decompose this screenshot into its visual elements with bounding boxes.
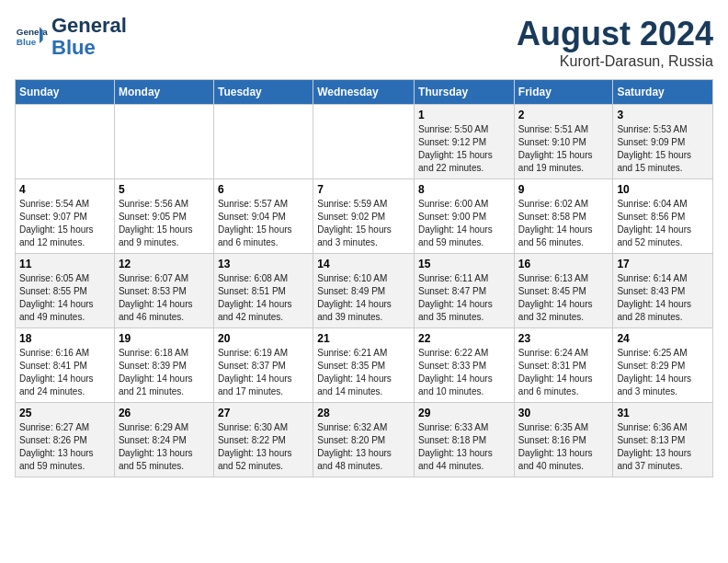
day-number: 1 [418, 109, 510, 121]
day-info: Sunrise: 5:51 AM Sunset: 9:10 PM Dayligh… [518, 123, 609, 175]
day-number: 19 [119, 332, 210, 345]
calendar-cell-3-1: 11Sunrise: 6:05 AM Sunset: 8:55 PM Dayli… [16, 254, 115, 328]
calendar-cell-5-5: 29Sunrise: 6:33 AM Sunset: 8:18 PM Dayli… [415, 403, 515, 477]
day-info: Sunrise: 6:00 AM Sunset: 9:00 PM Dayligh… [418, 198, 510, 249]
calendar-week-2: 4Sunrise: 5:54 AM Sunset: 9:07 PM Daylig… [16, 179, 713, 254]
calendar-cell-3-6: 16Sunrise: 6:13 AM Sunset: 8:45 PM Dayli… [514, 254, 613, 328]
day-info: Sunrise: 6:10 AM Sunset: 8:49 PM Dayligh… [317, 272, 410, 324]
day-number: 16 [518, 258, 609, 270]
logo-text-blue: Blue [51, 37, 127, 59]
calendar-cell-5-3: 27Sunrise: 6:30 AM Sunset: 8:22 PM Dayli… [213, 403, 313, 477]
day-info: Sunrise: 6:32 AM Sunset: 8:20 PM Dayligh… [317, 421, 410, 473]
calendar-cell-5-4: 28Sunrise: 6:32 AM Sunset: 8:20 PM Dayli… [313, 403, 415, 477]
calendar-cell-4-1: 18Sunrise: 6:16 AM Sunset: 8:41 PM Dayli… [16, 328, 115, 403]
day-number: 10 [617, 183, 709, 196]
calendar-cell-2-5: 8Sunrise: 6:00 AM Sunset: 9:00 PM Daylig… [415, 179, 515, 254]
location-subtitle: Kurort-Darasun, Russia [517, 53, 713, 70]
calendar-week-4: 18Sunrise: 6:16 AM Sunset: 8:41 PM Dayli… [16, 328, 713, 403]
calendar-cell-1-2 [114, 105, 213, 179]
day-info: Sunrise: 5:57 AM Sunset: 9:04 PM Dayligh… [218, 198, 309, 249]
svg-text:Blue: Blue [17, 37, 37, 47]
day-number: 17 [617, 258, 709, 270]
calendar-cell-4-7: 24Sunrise: 6:25 AM Sunset: 8:29 PM Dayli… [613, 328, 713, 403]
day-info: Sunrise: 6:19 AM Sunset: 8:37 PM Dayligh… [218, 347, 309, 398]
svg-text:General: General [17, 27, 48, 37]
day-info: Sunrise: 6:36 AM Sunset: 8:13 PM Dayligh… [617, 421, 709, 473]
day-info: Sunrise: 6:21 AM Sunset: 8:35 PM Dayligh… [317, 347, 410, 398]
calendar-cell-5-7: 31Sunrise: 6:36 AM Sunset: 8:13 PM Dayli… [613, 403, 713, 477]
day-number: 5 [119, 183, 210, 196]
day-info: Sunrise: 6:04 AM Sunset: 8:56 PM Dayligh… [617, 198, 709, 249]
calendar-cell-4-4: 21Sunrise: 6:21 AM Sunset: 8:35 PM Dayli… [313, 328, 415, 403]
day-info: Sunrise: 5:56 AM Sunset: 9:05 PM Dayligh… [119, 198, 210, 249]
day-info: Sunrise: 6:08 AM Sunset: 8:51 PM Dayligh… [218, 272, 309, 324]
calendar-cell-1-5: 1Sunrise: 5:50 AM Sunset: 9:12 PM Daylig… [415, 105, 515, 179]
calendar-cell-2-2: 5Sunrise: 5:56 AM Sunset: 9:05 PM Daylig… [114, 179, 213, 254]
day-number: 13 [218, 258, 309, 270]
title-block: August 2024 Kurort-Darasun, Russia [517, 15, 713, 70]
calendar-cell-4-2: 19Sunrise: 6:18 AM Sunset: 8:39 PM Dayli… [114, 328, 213, 403]
day-number: 14 [317, 258, 410, 270]
calendar-cell-4-6: 23Sunrise: 6:24 AM Sunset: 8:31 PM Dayli… [514, 328, 613, 403]
calendar-cell-3-3: 13Sunrise: 6:08 AM Sunset: 8:51 PM Dayli… [213, 254, 313, 328]
day-info: Sunrise: 6:27 AM Sunset: 8:26 PM Dayligh… [19, 421, 110, 473]
day-info: Sunrise: 6:18 AM Sunset: 8:39 PM Dayligh… [119, 347, 210, 398]
calendar-cell-2-4: 7Sunrise: 5:59 AM Sunset: 9:02 PM Daylig… [313, 179, 415, 254]
day-number: 9 [518, 183, 609, 196]
day-number: 3 [617, 109, 709, 121]
day-number: 6 [218, 183, 309, 196]
weekday-header-sunday: Sunday [16, 80, 115, 105]
day-info: Sunrise: 6:02 AM Sunset: 8:58 PM Dayligh… [518, 198, 609, 249]
calendar-cell-3-4: 14Sunrise: 6:10 AM Sunset: 8:49 PM Dayli… [313, 254, 415, 328]
day-number: 12 [119, 258, 210, 270]
calendar-cell-3-2: 12Sunrise: 6:07 AM Sunset: 8:53 PM Dayli… [114, 254, 213, 328]
calendar-cell-2-3: 6Sunrise: 5:57 AM Sunset: 9:04 PM Daylig… [213, 179, 313, 254]
calendar-cell-3-5: 15Sunrise: 6:11 AM Sunset: 8:47 PM Dayli… [415, 254, 515, 328]
day-number: 31 [617, 407, 709, 419]
logo-text-general: General [51, 15, 127, 37]
day-number: 11 [19, 258, 110, 270]
day-info: Sunrise: 6:14 AM Sunset: 8:43 PM Dayligh… [617, 272, 709, 324]
calendar-week-3: 11Sunrise: 6:05 AM Sunset: 8:55 PM Dayli… [16, 254, 713, 328]
day-number: 27 [218, 407, 309, 419]
day-number: 20 [218, 332, 309, 345]
day-number: 21 [317, 332, 410, 345]
day-number: 7 [317, 183, 410, 196]
day-number: 4 [19, 183, 110, 196]
day-info: Sunrise: 6:35 AM Sunset: 8:16 PM Dayligh… [518, 421, 609, 473]
day-number: 18 [19, 332, 110, 345]
day-number: 8 [418, 183, 510, 196]
day-number: 29 [418, 407, 510, 419]
day-info: Sunrise: 5:54 AM Sunset: 9:07 PM Dayligh… [19, 198, 110, 249]
day-number: 23 [518, 332, 609, 345]
calendar-week-1: 1Sunrise: 5:50 AM Sunset: 9:12 PM Daylig… [16, 105, 713, 179]
day-number: 24 [617, 332, 709, 345]
weekday-header-wednesday: Wednesday [313, 80, 415, 105]
weekday-header-saturday: Saturday [613, 80, 713, 105]
calendar-cell-2-1: 4Sunrise: 5:54 AM Sunset: 9:07 PM Daylig… [16, 179, 115, 254]
day-info: Sunrise: 6:30 AM Sunset: 8:22 PM Dayligh… [218, 421, 309, 473]
weekday-header-row: SundayMondayTuesdayWednesdayThursdayFrid… [16, 80, 713, 105]
day-info: Sunrise: 6:29 AM Sunset: 8:24 PM Dayligh… [119, 421, 210, 473]
day-number: 30 [518, 407, 609, 419]
day-info: Sunrise: 6:33 AM Sunset: 8:18 PM Dayligh… [418, 421, 510, 473]
logo: General Blue General Blue [15, 15, 127, 59]
day-number: 15 [418, 258, 510, 270]
day-info: Sunrise: 5:50 AM Sunset: 9:12 PM Dayligh… [418, 123, 510, 175]
day-info: Sunrise: 6:13 AM Sunset: 8:45 PM Dayligh… [518, 272, 609, 324]
day-info: Sunrise: 6:25 AM Sunset: 8:29 PM Dayligh… [617, 347, 709, 398]
day-info: Sunrise: 5:59 AM Sunset: 9:02 PM Dayligh… [317, 198, 410, 249]
weekday-header-thursday: Thursday [415, 80, 515, 105]
day-info: Sunrise: 6:16 AM Sunset: 8:41 PM Dayligh… [19, 347, 110, 398]
day-info: Sunrise: 5:53 AM Sunset: 9:09 PM Dayligh… [617, 123, 709, 175]
day-number: 25 [19, 407, 110, 419]
calendar-cell-1-3 [213, 105, 313, 179]
calendar-cell-1-6: 2Sunrise: 5:51 AM Sunset: 9:10 PM Daylig… [514, 105, 613, 179]
day-info: Sunrise: 6:05 AM Sunset: 8:55 PM Dayligh… [19, 272, 110, 324]
page-header: General Blue General Blue August 2024 Ku… [15, 15, 713, 70]
day-info: Sunrise: 6:07 AM Sunset: 8:53 PM Dayligh… [119, 272, 210, 324]
day-info: Sunrise: 6:22 AM Sunset: 8:33 PM Dayligh… [418, 347, 510, 398]
weekday-header-monday: Monday [114, 80, 213, 105]
calendar-cell-5-1: 25Sunrise: 6:27 AM Sunset: 8:26 PM Dayli… [16, 403, 115, 477]
calendar-cell-5-2: 26Sunrise: 6:29 AM Sunset: 8:24 PM Dayli… [114, 403, 213, 477]
